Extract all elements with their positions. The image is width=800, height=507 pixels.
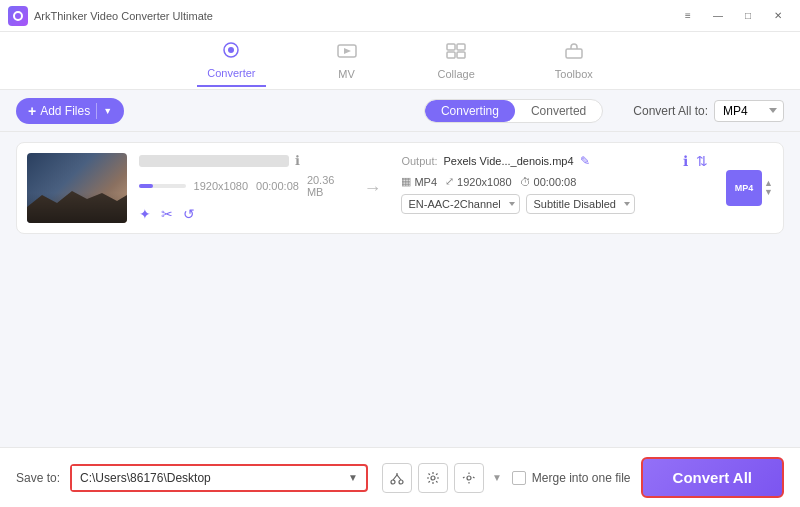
tab-toolbox[interactable]: Toolbox [545, 36, 603, 86]
tab-collage-label: Collage [438, 68, 475, 80]
mv-icon [336, 42, 358, 65]
spec-resolution: ⤢ 1920x1080 [445, 175, 511, 188]
svg-point-11 [467, 476, 471, 480]
tab-converting[interactable]: Converting [425, 100, 515, 122]
format-icon: ▦ [401, 175, 411, 188]
file-name-blurred [139, 155, 289, 167]
output-download-icon[interactable]: ⇅ [696, 153, 708, 169]
converter-icon [220, 41, 242, 64]
output-icons: ℹ ⇅ [683, 153, 708, 169]
save-to-input-wrapper: ▼ [70, 464, 368, 492]
file-info-icon[interactable]: ℹ [295, 153, 300, 168]
nav-tabs: Converter MV Collage Toolb [0, 32, 800, 90]
output-label: Output: [401, 155, 437, 167]
scissors-icon[interactable]: ✂ [161, 206, 173, 222]
svg-point-9 [399, 480, 403, 484]
convert-all-to-select[interactable]: MP4 AVI MOV MKV [714, 100, 784, 122]
file-list: ℹ 1920x1080 00:00:08 20.36 MB ✦ ✂ ↺ [0, 132, 800, 252]
arrow-icon: → [363, 178, 381, 199]
merge-checkbox[interactable] [512, 471, 526, 485]
collage-icon [445, 42, 467, 65]
star-icon[interactable]: ✦ [139, 206, 151, 222]
file-output: Output: Pexels Vide..._denois.mp4 ✎ ℹ ⇅ … [401, 153, 708, 223]
plus-icon: + [28, 103, 36, 119]
merge-section: Merge into one file [512, 471, 631, 485]
save-to-label: Save to: [16, 471, 60, 485]
file-item: ℹ 1920x1080 00:00:08 20.36 MB ✦ ✂ ↺ [16, 142, 784, 234]
titlebar: ArkThinker Video Converter Ultimate ≡ — … [0, 0, 800, 32]
close-button[interactable]: ✕ [764, 6, 792, 26]
app-icon [8, 6, 28, 26]
file-info-left: ℹ 1920x1080 00:00:08 20.36 MB ✦ ✂ ↺ [139, 153, 343, 223]
tab-converter-label: Converter [207, 67, 255, 79]
refresh-icon[interactable]: ↺ [183, 206, 195, 222]
tab-toolbox-label: Toolbox [555, 68, 593, 80]
output-edit-icon[interactable]: ✎ [580, 154, 590, 168]
bottom-tools: ▼ [382, 463, 502, 493]
spec-duration-value: 00:00:08 [534, 176, 577, 188]
format-badge-arrow[interactable]: ▲ ▼ [764, 179, 773, 197]
converting-converted-tabs: Converting Converted [424, 99, 603, 123]
tool-btn-1[interactable] [382, 463, 412, 493]
tool-btn-2[interactable] [418, 463, 448, 493]
svg-rect-4 [457, 44, 465, 50]
convert-all-button[interactable]: Convert All [641, 457, 784, 498]
spec-format: ▦ MP4 [401, 175, 437, 188]
output-specs: ▦ MP4 ⤢ 1920x1080 ⏱ 00:00:08 [401, 175, 708, 188]
tab-mv[interactable]: MV [326, 36, 368, 86]
spec-duration: ⏱ 00:00:08 [520, 176, 577, 188]
bottom-bar: Save to: ▼ ▼ Merg [0, 447, 800, 507]
format-badge-wrapper: MP4 ▲ ▼ [726, 153, 773, 223]
svg-point-1 [228, 47, 234, 53]
save-to-input[interactable] [72, 466, 340, 490]
file-name-row: ℹ [139, 153, 343, 168]
svg-rect-3 [447, 44, 455, 50]
format-badge-text: MP4 [735, 183, 754, 193]
tab-converted[interactable]: Converted [515, 100, 602, 122]
add-files-button[interactable]: + Add Files ▼ [16, 98, 124, 124]
titlebar-controls: ≡ — □ ✕ [674, 6, 792, 26]
output-header: Output: Pexels Vide..._denois.mp4 ✎ ℹ ⇅ [401, 153, 708, 169]
main-content: ℹ 1920x1080 00:00:08 20.36 MB ✦ ✂ ↺ [0, 132, 800, 447]
file-actions: ✦ ✂ ↺ [139, 206, 343, 222]
tab-mv-label: MV [338, 68, 355, 80]
clock-icon: ⏱ [520, 176, 531, 188]
maximize-button[interactable]: □ [734, 6, 762, 26]
tool-more-arrow[interactable]: ▼ [492, 472, 502, 483]
subtitle-select[interactable]: Subtitle Disabled [526, 194, 635, 214]
toolbox-icon [563, 42, 585, 65]
audio-select[interactable]: EN-AAC-2Channel [401, 194, 520, 214]
resolution-icon: ⤢ [445, 175, 454, 188]
output-settings: EN-AAC-2Channel Subtitle Disabled [401, 194, 708, 214]
output-filename: Pexels Vide..._denois.mp4 [444, 155, 574, 167]
svg-rect-5 [447, 52, 455, 58]
svg-point-10 [431, 476, 435, 480]
file-size: 20.36 MB [307, 174, 344, 198]
spec-format-value: MP4 [414, 176, 437, 188]
convert-all-to-section: Convert All to: MP4 AVI MOV MKV [633, 100, 784, 122]
add-files-label: Add Files [40, 104, 90, 118]
output-info-icon[interactable]: ℹ [683, 153, 688, 169]
file-meta: 1920x1080 00:00:08 20.36 MB [139, 174, 343, 198]
convert-all-to-label: Convert All to: [633, 104, 708, 118]
tab-collage[interactable]: Collage [428, 36, 485, 86]
add-files-arrow-icon: ▼ [103, 106, 112, 116]
spec-resolution-value: 1920x1080 [457, 176, 511, 188]
file-thumbnail [27, 153, 127, 223]
save-to-dropdown-icon[interactable]: ▼ [340, 472, 366, 483]
menu-button[interactable]: ≡ [674, 6, 702, 26]
file-duration: 00:00:08 [256, 180, 299, 192]
svg-rect-6 [457, 52, 465, 58]
format-badge[interactable]: MP4 [726, 170, 762, 206]
tab-converter[interactable]: Converter [197, 35, 265, 87]
toolbar: + Add Files ▼ Converting Converted Conve… [0, 90, 800, 132]
svg-point-8 [391, 480, 395, 484]
minimize-button[interactable]: — [704, 6, 732, 26]
arrow-section: → [355, 153, 389, 223]
file-resolution: 1920x1080 [194, 180, 248, 192]
progress-bar [139, 184, 186, 188]
tool-btn-3[interactable] [454, 463, 484, 493]
app-title: ArkThinker Video Converter Ultimate [34, 10, 213, 22]
svg-rect-7 [566, 49, 582, 58]
merge-label: Merge into one file [532, 471, 631, 485]
